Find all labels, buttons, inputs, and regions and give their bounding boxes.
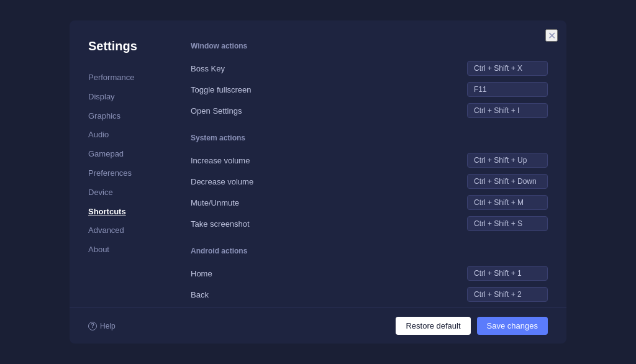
shortcut-row-home: Home bbox=[191, 263, 548, 284]
shortcut-label-take-screenshot: Take screenshot bbox=[191, 219, 250, 229]
shortcut-row-boss-key: Boss Key bbox=[191, 58, 548, 79]
help-link[interactable]: ? Help bbox=[88, 322, 116, 330]
shortcut-label-home: Home bbox=[191, 269, 212, 278]
shortcut-row-toggle-fullscreen: Toggle fullscreen bbox=[191, 79, 548, 100]
shortcut-row-back: Back bbox=[191, 284, 548, 305]
close-icon: ✕ bbox=[548, 30, 556, 42]
shortcut-input-take-screenshot[interactable] bbox=[467, 216, 548, 231]
sidebar-item-advanced[interactable]: Advanced bbox=[88, 221, 166, 240]
shortcut-input-home[interactable] bbox=[467, 266, 548, 281]
shortcut-input-decrease-volume[interactable] bbox=[467, 174, 548, 189]
shortcut-label-mute-unmute: Mute/Unmute bbox=[191, 198, 239, 207]
sidebar-item-display[interactable]: Display bbox=[88, 88, 166, 107]
sidebar-item-device[interactable]: Device bbox=[88, 183, 166, 202]
help-label: Help bbox=[100, 322, 116, 330]
settings-modal: ✕ Settings PerformanceDisplayGraphicsAud… bbox=[70, 20, 566, 344]
shortcut-row-increase-volume: Increase volume bbox=[191, 150, 548, 171]
close-button[interactable]: ✕ bbox=[545, 29, 558, 42]
footer-buttons: Restore default Save changes bbox=[396, 317, 548, 335]
shortcut-input-toggle-fullscreen[interactable] bbox=[467, 82, 548, 97]
sidebar: Settings PerformanceDisplayGraphicsAudio… bbox=[70, 20, 178, 307]
shortcut-input-boss-key[interactable] bbox=[467, 61, 548, 76]
shortcut-label-open-settings: Open Settings bbox=[191, 106, 242, 116]
section-system-actions: System actionsIncrease volumeDecrease vo… bbox=[191, 134, 548, 234]
footer: ? Help Restore default Save changes bbox=[70, 307, 566, 344]
section-android-actions: Android actionsHomeBackShakeRotate bbox=[191, 247, 548, 307]
shortcut-row-mute-unmute: Mute/Unmute bbox=[191, 192, 548, 213]
shortcut-row-take-screenshot: Take screenshot bbox=[191, 213, 548, 234]
shortcut-row-decrease-volume: Decrease volume bbox=[191, 171, 548, 192]
shortcut-input-open-settings[interactable] bbox=[467, 103, 548, 118]
sidebar-item-performance[interactable]: Performance bbox=[88, 68, 166, 88]
section-window-actions: Window actionsBoss KeyToggle fullscreenO… bbox=[191, 42, 548, 121]
sidebar-item-preferences[interactable]: Preferences bbox=[88, 164, 166, 183]
sidebar-item-about[interactable]: About bbox=[88, 240, 166, 260]
main-content: Window actionsBoss KeyToggle fullscreenO… bbox=[178, 20, 566, 307]
sidebar-item-graphics[interactable]: Graphics bbox=[88, 107, 166, 126]
sidebar-item-gamepad[interactable]: Gamepad bbox=[88, 145, 166, 164]
sections-container: Window actionsBoss KeyToggle fullscreenO… bbox=[191, 42, 548, 307]
help-icon: ? bbox=[88, 322, 97, 330]
shortcut-label-back: Back bbox=[191, 290, 209, 299]
shortcut-label-decrease-volume: Decrease volume bbox=[191, 177, 253, 186]
section-title-window-actions: Window actions bbox=[191, 42, 548, 50]
sidebar-item-audio[interactable]: Audio bbox=[88, 125, 166, 145]
shortcut-label-boss-key: Boss Key bbox=[191, 64, 225, 73]
sidebar-nav: PerformanceDisplayGraphicsAudioGamepadPr… bbox=[88, 68, 166, 260]
modal-body: Settings PerformanceDisplayGraphicsAudio… bbox=[70, 20, 566, 307]
shortcut-input-increase-volume[interactable] bbox=[467, 153, 548, 168]
restore-default-button[interactable]: Restore default bbox=[396, 317, 470, 335]
shortcut-label-toggle-fullscreen: Toggle fullscreen bbox=[191, 85, 252, 94]
save-changes-button[interactable]: Save changes bbox=[477, 317, 548, 335]
shortcut-label-increase-volume: Increase volume bbox=[191, 156, 250, 165]
section-title-system-actions: System actions bbox=[191, 134, 548, 142]
section-title-android-actions: Android actions bbox=[191, 247, 548, 255]
shortcut-row-open-settings: Open Settings bbox=[191, 100, 548, 121]
shortcut-input-back[interactable] bbox=[467, 287, 548, 302]
sidebar-item-shortcuts[interactable]: Shortcuts bbox=[88, 202, 166, 222]
shortcut-input-mute-unmute[interactable] bbox=[467, 195, 548, 210]
settings-title: Settings bbox=[88, 39, 166, 53]
